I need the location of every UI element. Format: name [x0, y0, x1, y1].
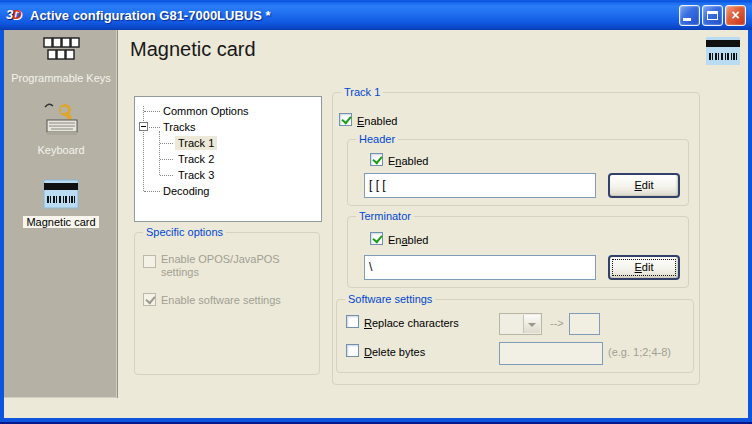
- tree-item-tracks[interactable]: Tracks: [163, 121, 196, 133]
- header-group: Header Enabled [ [ [ Edit: [347, 139, 689, 206]
- minimize-icon: [683, 18, 691, 21]
- track1-group: Track 1 Enabled Header Enabled [ [ [ Edi…: [332, 92, 700, 385]
- group-title: Software settings: [345, 293, 435, 305]
- terminator-enabled-checkbox[interactable]: [370, 232, 383, 245]
- tree-item-track1[interactable]: Track 1: [175, 136, 217, 150]
- maximize-button[interactable]: [702, 5, 723, 26]
- programmable-keys-icon: [41, 36, 81, 66]
- tree-item-track3[interactable]: Track 3: [178, 169, 214, 181]
- tree-item-decoding[interactable]: Decoding: [163, 185, 209, 197]
- software-settings-group: Software settings Replace characters -->…: [336, 299, 694, 373]
- replace-characters-label: Replace characters: [364, 317, 459, 329]
- delete-bytes-checkbox[interactable]: [346, 344, 359, 357]
- tree-item-common-options[interactable]: Common Options: [163, 105, 249, 117]
- page-title: Magnetic card: [130, 38, 256, 61]
- titlebar[interactable]: 3D Active configuration G81-7000LUBUS * …: [0, 0, 752, 30]
- minimize-button[interactable]: [679, 5, 700, 26]
- maximize-icon: [707, 11, 718, 20]
- keyboard-icon: [41, 102, 81, 138]
- header-value-input[interactable]: [ [ [: [364, 173, 596, 198]
- track1-enabled-checkbox[interactable]: [339, 113, 352, 126]
- terminator-value-input[interactable]: \: [364, 255, 596, 280]
- app-logo-icon: 3D: [6, 6, 26, 24]
- replace-to-input: [569, 313, 600, 335]
- group-title: Header: [356, 133, 398, 145]
- close-icon: ×: [726, 6, 745, 25]
- terminator-group: Terminator Enabled \ Edit: [347, 216, 689, 288]
- sidebar-item-label: Magnetic card: [23, 216, 98, 228]
- tree-item-track2[interactable]: Track 2: [178, 153, 214, 165]
- window-title: Active configuration G81-7000LUBUS *: [30, 8, 271, 23]
- header-edit-button[interactable]: Edit: [608, 173, 680, 198]
- group-title: Terminator: [356, 210, 414, 222]
- header-enabled-label: Enabled: [388, 155, 428, 167]
- specific-options-group: Specific options Enable OPOS/JavaPOS set…: [134, 232, 320, 375]
- group-title: Track 1: [341, 86, 383, 98]
- sidebar-item-label: Programmable Keys: [11, 72, 111, 84]
- sidebar-item-label: Keyboard: [37, 144, 84, 156]
- terminator-enabled-label: Enabled: [388, 234, 428, 246]
- sidebar: Programmable Keys Keyboard: [4, 30, 118, 398]
- track1-enabled-label: Enabled: [357, 115, 397, 127]
- group-title: Specific options: [143, 226, 226, 238]
- settings-tree: Common Options Tracks Track 1 Track 2 Tr…: [134, 96, 322, 222]
- close-button[interactable]: ×: [725, 5, 746, 26]
- terminator-edit-button[interactable]: Edit: [608, 255, 680, 280]
- replace-from-dropdown: [499, 313, 542, 335]
- app-window: 3D Active configuration G81-7000LUBUS * …: [0, 0, 752, 424]
- magnetic-card-icon: [42, 178, 80, 210]
- dialog-body: Programmable Keys Keyboard: [4, 30, 748, 418]
- opos-checkbox: [143, 255, 156, 268]
- chevron-down-icon: [523, 315, 540, 333]
- sidebar-item-magnetic-card[interactable]: Magnetic card: [4, 178, 118, 228]
- software-settings-checkbox: [143, 293, 156, 306]
- delete-bytes-label: Delete bytes: [364, 346, 425, 358]
- delete-bytes-hint: (e.g. 1;2;4-8): [608, 346, 671, 358]
- replace-arrow-label: -->: [550, 317, 564, 329]
- replace-characters-checkbox[interactable]: [346, 315, 359, 328]
- header-enabled-checkbox[interactable]: [370, 153, 383, 166]
- sidebar-item-keyboard[interactable]: Keyboard: [4, 102, 118, 156]
- software-settings-checkbox-label: Enable software settings: [161, 294, 311, 307]
- delete-bytes-input: [499, 342, 603, 365]
- magnetic-card-header-icon: [705, 36, 741, 70]
- sidebar-item-programmable-keys[interactable]: Programmable Keys: [4, 36, 118, 84]
- opos-checkbox-label: Enable OPOS/JavaPOS settings: [161, 253, 301, 279]
- tree-collapse-icon[interactable]: [139, 122, 148, 131]
